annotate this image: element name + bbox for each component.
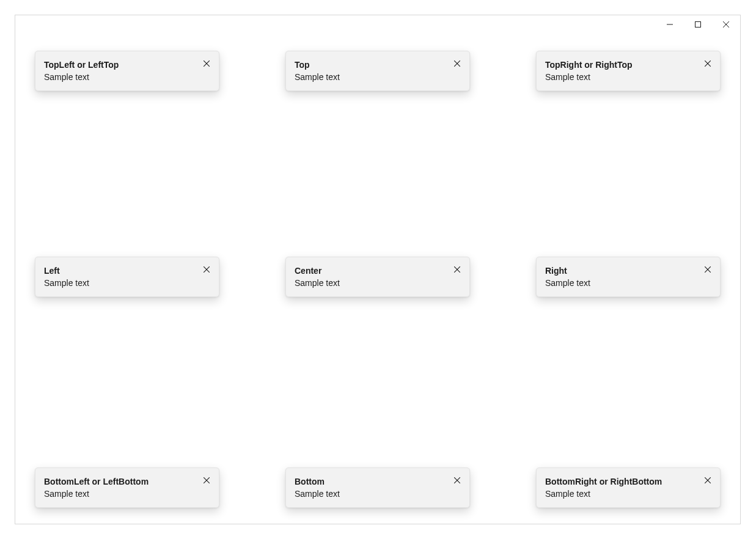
- close-icon: [705, 266, 711, 273]
- snackbar-bottom-left: BottomLeft or LeftBottom Sample text: [35, 468, 219, 508]
- snackbar-bottom: Bottom Sample text: [285, 468, 470, 508]
- snackbar-left: Left Sample text: [35, 257, 219, 297]
- cell-top-right: TopRight or RightTop Sample text: [514, 34, 744, 196]
- cell-bottom-right: BottomRight or RightBottom Sample text: [514, 362, 744, 525]
- content-area: TopLeft or LeftTop Sample text Top Sampl…: [15, 34, 740, 524]
- snackbar-top-left: TopLeft or LeftTop Sample text: [35, 51, 219, 91]
- cell-top-left: TopLeft or LeftTop Sample text: [15, 34, 245, 196]
- snackbar-close-button[interactable]: [700, 473, 715, 488]
- snackbar-title: Bottom: [295, 475, 444, 488]
- snackbar-body: Sample text: [44, 71, 193, 83]
- snackbar-close-button[interactable]: [450, 56, 464, 71]
- cell-bottom-left: BottomLeft or LeftBottom Sample text: [15, 362, 245, 525]
- snackbar-title: Center: [295, 265, 444, 277]
- snackbar-center: Center Sample text: [285, 257, 470, 297]
- snackbar-close-button[interactable]: [199, 56, 214, 71]
- snackbar-body: Sample text: [545, 277, 694, 289]
- snackbar-body: Sample text: [545, 71, 694, 83]
- app-window: TopLeft or LeftTop Sample text Top Sampl…: [15, 15, 741, 524]
- close-icon: [454, 266, 460, 273]
- close-icon: [705, 61, 711, 67]
- snackbar-body: Sample text: [295, 488, 444, 500]
- maximize-button[interactable]: [684, 15, 712, 34]
- maximize-icon: [695, 21, 701, 28]
- snackbar-body: Sample text: [295, 277, 444, 289]
- snackbar-close-button[interactable]: [700, 56, 715, 71]
- snackbar-title: Top: [295, 59, 444, 71]
- close-icon: [454, 477, 460, 483]
- snackbar-body: Sample text: [44, 488, 193, 500]
- snackbar-close-button[interactable]: [450, 473, 464, 488]
- snackbar-close-button[interactable]: [199, 473, 214, 488]
- snackbar-title: TopLeft or LeftTop: [44, 59, 193, 71]
- close-button[interactable]: [712, 15, 740, 34]
- minimize-button[interactable]: [656, 15, 684, 34]
- snackbar-top-right: TopRight or RightTop Sample text: [536, 51, 721, 91]
- close-icon: [723, 21, 729, 28]
- snackbar-title: BottomRight or RightBottom: [545, 475, 694, 488]
- snackbar-bottom-right: BottomRight or RightBottom Sample text: [536, 468, 721, 508]
- snackbar-top: Top Sample text: [285, 51, 470, 91]
- snackbar-body: Sample text: [295, 71, 444, 83]
- snackbar-title: TopRight or RightTop: [545, 59, 694, 71]
- titlebar: [656, 15, 740, 34]
- snackbar-close-button[interactable]: [199, 262, 214, 277]
- snackbar-title: BottomLeft or LeftBottom: [44, 475, 193, 488]
- minimize-icon: [667, 21, 673, 28]
- snackbar-close-button[interactable]: [450, 262, 464, 277]
- close-icon: [204, 266, 210, 273]
- snackbar-title: Left: [44, 265, 193, 277]
- cell-top: Top Sample text: [263, 34, 493, 196]
- svg-rect-0: [695, 22, 701, 28]
- snackbar-body: Sample text: [545, 488, 694, 500]
- snackbar-body: Sample text: [44, 277, 193, 289]
- snackbar-right: Right Sample text: [536, 257, 721, 297]
- close-icon: [705, 477, 711, 483]
- cell-bottom: Bottom Sample text: [263, 362, 493, 525]
- snackbar-title: Right: [545, 265, 694, 277]
- close-icon: [204, 61, 210, 67]
- snackbar-close-button[interactable]: [700, 262, 715, 277]
- close-icon: [204, 477, 210, 483]
- close-icon: [454, 61, 460, 67]
